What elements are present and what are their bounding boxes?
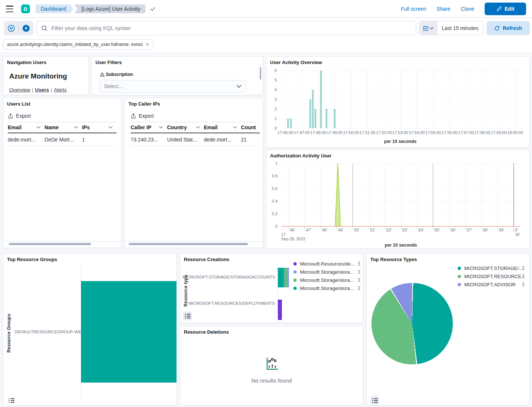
histogram-bar[interactable]: [309, 99, 311, 128]
subscription-select[interactable]: Select...: [99, 80, 246, 93]
resource-group-bar[interactable]: [81, 281, 177, 383]
grid-line: [279, 128, 522, 129]
grid-line: [302, 70, 302, 128]
x-axis-tick: [449, 226, 449, 230]
legend-color-dot: [293, 287, 297, 290]
legend-item[interactable]: Microsoft.Storage/stora...: [293, 276, 361, 284]
export-label: Export: [16, 113, 31, 119]
nav-link-overview[interactable]: Overview: [9, 87, 30, 93]
grid-line: [482, 70, 483, 128]
grid-line: [384, 70, 384, 128]
column-header-label: IPs: [82, 124, 90, 130]
column-header-label: Caller IP: [131, 124, 151, 130]
legend-item[interactable]: MICROSOFT.STORAGE/...: [458, 264, 525, 272]
breadcrumb-dashboard[interactable]: Dashboard: [36, 4, 74, 13]
saved-query-filter-button[interactable]: [4, 21, 18, 35]
sort-chevron-icon: [196, 126, 200, 129]
column-header-email[interactable]: Email: [204, 124, 241, 130]
histogram-bar[interactable]: [312, 90, 314, 128]
menu-icon[interactable]: [6, 6, 13, 12]
column-header-caller-ip[interactable]: Caller IP: [131, 124, 167, 130]
panel-title: Authorization Activity User: [270, 153, 331, 159]
table-cell: DeDe Mort...: [44, 137, 82, 143]
x-axis-tick: [497, 226, 498, 230]
legend-more-icon[interactable]: [522, 282, 525, 287]
legend-more-icon[interactable]: [522, 266, 525, 271]
kql-search-input[interactable]: [51, 25, 416, 31]
add-filter-button[interactable]: +: [19, 21, 33, 35]
nav-link-alerts[interactable]: Alerts: [54, 87, 67, 93]
breadcrumb-page-title[interactable]: [Logs Azure] User Activity: [74, 4, 146, 13]
legend-toggle-icon[interactable]: [7, 396, 16, 405]
column-header-count[interactable]: Count: [241, 124, 260, 130]
legend-more-icon[interactable]: [357, 286, 361, 291]
empty-chart-icon: [265, 356, 279, 371]
calendar-menu-button[interactable]: [420, 21, 437, 35]
legend-item-label[interactable]: MICROSOFT.RESOURCE...: [464, 274, 525, 279]
legend-more-icon[interactable]: [357, 261, 361, 267]
x-axis-tick: [385, 226, 385, 230]
remove-filter-icon[interactable]: ×: [146, 41, 149, 47]
legend-more-icon[interactable]: [357, 277, 361, 283]
column-header-email[interactable]: Email: [8, 124, 44, 130]
legend-item[interactable]: Microsoft.Resources/de...: [293, 260, 361, 268]
active-filter-pill[interactable]: azure.activitylogs.identity.claims_initi…: [3, 39, 153, 50]
legend-item-label[interactable]: MICROSOFT.ADVISOR: [464, 282, 516, 287]
stacked-bar-segment[interactable]: [278, 300, 282, 320]
export-button[interactable]: Export: [131, 113, 154, 119]
edit-button[interactable]: Edit: [485, 3, 526, 15]
kibana-dashboard-app: D Dashboard [Logs Azure] User Activity F…: [0, 0, 532, 407]
refresh-button[interactable]: Refresh: [486, 21, 530, 35]
histogram-bar[interactable]: [290, 119, 292, 128]
export-button[interactable]: Export: [8, 113, 31, 119]
column-header-ips[interactable]: IPs: [82, 124, 117, 130]
legend-more-icon[interactable]: [522, 274, 525, 279]
legend-toggle-icon[interactable]: [183, 311, 192, 320]
filter-pill-label: azure.activitylogs.identity.claims_initi…: [7, 42, 143, 47]
clone-link[interactable]: Clone: [461, 6, 474, 12]
panel-scrollbar[interactable]: [260, 67, 261, 80]
legend-item-label[interactable]: Microsoft.Storage/stora...: [300, 286, 354, 291]
x-axis-tick: [353, 226, 353, 230]
legend-item[interactable]: Microsoft.Storage/stora...: [293, 284, 361, 292]
share-link[interactable]: Share: [437, 6, 450, 12]
legend-item[interactable]: Microsoft.Storage/stora...: [293, 268, 361, 276]
stacked-bar-segment[interactable]: [278, 268, 284, 287]
histogram-bar[interactable]: [287, 119, 289, 128]
horizontal-scrollbar[interactable]: [9, 243, 91, 245]
space-avatar[interactable]: D: [21, 4, 30, 13]
time-range-value[interactable]: Last 15 minutes: [437, 21, 483, 35]
nav-link-users[interactable]: Users: [35, 87, 49, 93]
column-header-name[interactable]: Name: [44, 124, 82, 130]
grid-line: [417, 70, 417, 128]
histogram-bar[interactable]: [320, 70, 322, 128]
legend-more-icon[interactable]: [357, 269, 361, 275]
legend-item-label[interactable]: Microsoft.Storage/stora...: [300, 277, 354, 283]
legend-item[interactable]: MICROSOFT.RESOURCE...: [458, 272, 525, 280]
horizontal-scrollbar[interactable]: [129, 243, 248, 245]
histogram-bar[interactable]: [326, 109, 327, 128]
full-screen-link[interactable]: Full screen: [401, 6, 426, 12]
authorization-spike-series[interactable]: [282, 163, 520, 226]
legend-item-label[interactable]: Microsoft.Resources/de...: [300, 261, 354, 267]
stacked-bar-segment[interactable]: [284, 268, 287, 287]
top-header-bar: D Dashboard [Logs Azure] User Activity F…: [0, 0, 532, 18]
legend-item[interactable]: MICROSOFT.ADVISOR: [458, 280, 525, 288]
subscription-label-text: Subscription: [106, 72, 133, 77]
azure-monitoring-heading: Azure Monitoring: [9, 72, 67, 80]
resource-types-pie[interactable]: [371, 283, 453, 364]
histogram-bar[interactable]: [314, 109, 316, 128]
legend-toggle-icon[interactable]: [370, 396, 379, 405]
y-axis-title: Resource Groups: [6, 298, 11, 368]
table-cell: dede.mort...: [204, 137, 241, 143]
legend-item-label[interactable]: MICROSOFT.STORAGE/...: [464, 266, 523, 271]
export-icon: [8, 113, 13, 119]
sort-chevron-icon: [74, 126, 78, 129]
x-axis-tick: [320, 226, 321, 230]
stacked-bar-segment[interactable]: [287, 268, 289, 287]
column-header-country[interactable]: Country: [167, 124, 203, 130]
panel-users-list: Users List Export EmailNameIPsdede.mort.…: [3, 98, 121, 249]
legend-color-dot: [293, 262, 297, 266]
legend-item-label[interactable]: Microsoft.Storage/stora...: [300, 269, 354, 275]
histogram-bar[interactable]: [334, 109, 336, 128]
